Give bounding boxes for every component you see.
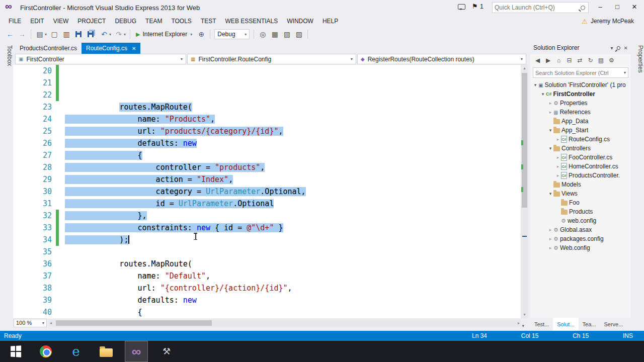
home-icon[interactable]: ⌂ <box>554 57 564 64</box>
new-file-button[interactable]: ▢ <box>48 30 60 39</box>
code-line[interactable]: 21 <box>13 77 521 89</box>
window-layout-button[interactable]: ▤▾ <box>34 30 48 39</box>
code-line[interactable]: 40 { <box>13 306 521 318</box>
object-browser-button[interactable]: ▨ <box>293 30 305 39</box>
tree-item-products[interactable]: Products <box>530 207 631 216</box>
configuration-select[interactable]: Debug▾ <box>214 29 250 39</box>
tree-item-foo[interactable]: Foo <box>530 198 631 207</box>
close-panel-icon[interactable]: ✕ <box>624 45 628 51</box>
solution-explorer-button[interactable]: ▦ <box>269 30 281 39</box>
menu-item-team[interactable]: TEAM <box>141 16 167 27</box>
code-line[interactable]: 20 <box>13 65 521 77</box>
open-file-button[interactable]: ▥ <box>60 30 72 39</box>
properties-icon[interactable]: ⚙ <box>607 57 616 64</box>
window-position-icon[interactable]: ▾ <box>611 45 613 51</box>
tree-item-references[interactable]: ▸▦References <box>530 108 631 117</box>
tool-window-tab-serve[interactable]: Serve... <box>600 318 627 331</box>
tree-item-models[interactable]: Models <box>530 180 631 189</box>
taskbar-chrome-button[interactable] <box>34 341 57 362</box>
code-line[interactable]: 23 routes.MapRoute( <box>13 101 521 113</box>
expander-closed-icon[interactable]: ▸ <box>555 173 561 178</box>
properties-tab[interactable]: Properties <box>631 45 644 73</box>
refresh-icon[interactable]: ↻ <box>586 57 595 64</box>
tree-item-views[interactable]: ▾Views <box>530 189 631 198</box>
taskbar-visual-studio-button[interactable]: ∞ <box>125 341 148 362</box>
tree-item-solution-firstcontroller-1-pro[interactable]: ▾▣Solution 'FirstController' (1 pro <box>530 80 631 89</box>
menu-item-window[interactable]: WINDOW <box>282 16 318 27</box>
code-line[interactable]: 34 ); <box>13 234 521 246</box>
expander-closed-icon[interactable]: ▸ <box>547 227 553 232</box>
menu-item-file[interactable]: FILE <box>4 16 26 27</box>
tree-item-web-config[interactable]: ▸⚙Web.config <box>530 243 631 252</box>
tree-item-app-data[interactable]: App_Data <box>530 117 631 126</box>
start-debug-button[interactable]: ▶Internet Explorer▾ <box>133 30 195 39</box>
tab-productscontroller-cs[interactable]: ProductsController.cs <box>15 43 82 54</box>
menu-item-help[interactable]: HELP <box>318 16 343 27</box>
horizontal-scrollbar[interactable]: ◂ ▸ <box>49 319 521 327</box>
menu-item-tools[interactable]: TOOLS <box>167 16 196 27</box>
tree-item-routeconfig-cs[interactable]: ▸C#RouteConfig.cs <box>530 135 631 144</box>
code-line[interactable]: 27 { <box>13 149 521 161</box>
tree-item-homecontroller-cs[interactable]: ▸C#HomeController.cs <box>530 162 631 171</box>
code-line[interactable]: 25 url: "products/{category}/{id}", <box>13 125 521 137</box>
show-all-files-icon[interactable]: ▤ <box>596 57 606 64</box>
scroll-left-icon[interactable]: ◂ <box>50 319 52 327</box>
taskbar-file-explorer-button[interactable] <box>95 341 118 362</box>
code-line[interactable]: 32 }, <box>13 210 521 222</box>
expander-open-icon[interactable]: ▾ <box>532 82 538 87</box>
expander-open-icon[interactable]: ▾ <box>547 191 553 196</box>
expander-closed-icon[interactable]: ▸ <box>555 164 561 169</box>
horizontal-scroll-thumb[interactable] <box>56 320 212 326</box>
expander-closed-icon[interactable]: ▸ <box>547 101 553 106</box>
forward-icon[interactable]: ▶ <box>543 57 553 64</box>
tree-item-app-start[interactable]: ▾App_Start <box>530 126 631 135</box>
tree-item-foocontroller-cs[interactable]: ▸C#FooController.cs <box>530 153 631 162</box>
toolbox-tab[interactable]: Toolbox <box>0 45 13 66</box>
code-line[interactable]: 35 <box>13 246 521 258</box>
expander-closed-icon[interactable]: ▸ <box>547 245 553 250</box>
quick-launch-box[interactable] <box>492 2 589 13</box>
scroll-up-icon[interactable]: ▴ <box>521 65 528 72</box>
zoom-dropdown[interactable]: 100 % ▾ <box>14 319 47 327</box>
tree-item-web-config[interactable]: ⚙web.config <box>530 216 631 225</box>
nav-project-dropdown[interactable]: ▣ FirstController ▾ <box>15 54 186 64</box>
start-button[interactable] <box>4 341 27 362</box>
menu-item-test[interactable]: TEST <box>196 16 221 27</box>
tree-item-productscontroller-[interactable]: ▸C#ProductsController. <box>530 171 631 180</box>
notifications-flag-icon[interactable]: ⚑ <box>472 3 478 10</box>
tree-item-packages-config[interactable]: ▸⚙packages.config <box>530 234 631 243</box>
expander-closed-icon[interactable]: ▸ <box>555 137 561 142</box>
code-line[interactable]: 37 name: "Default", <box>13 270 521 282</box>
expander-open-icon[interactable]: ▾ <box>540 92 546 97</box>
pin-icon[interactable] <box>616 45 621 50</box>
menu-item-debug[interactable]: DEBUG <box>110 16 141 27</box>
code-line[interactable]: 33 constraints: new { id = @"\d+" } <box>13 222 521 234</box>
menu-item-web-essentials[interactable]: WEB ESSENTIALS <box>221 16 283 27</box>
navigate-forward-button[interactable]: → <box>16 30 28 39</box>
vertical-scrollbar[interactable]: ▴ ▾ <box>521 65 528 318</box>
code-line[interactable]: 22 <box>13 89 521 101</box>
tree-item-firstcontroller[interactable]: ▾C#FirstController <box>530 89 631 99</box>
expander-closed-icon[interactable]: ▸ <box>547 110 553 115</box>
nav-member-dropdown[interactable]: ◆ RegisterRoutes(RouteCollection routes)… <box>357 54 526 64</box>
tool-window-tab-test[interactable]: Test... <box>530 318 553 331</box>
menu-item-view[interactable]: VIEW <box>49 16 73 27</box>
close-button[interactable]: ✕ <box>626 0 643 13</box>
close-tab-icon[interactable]: ✕ <box>132 46 136 51</box>
quick-launch-input[interactable] <box>495 4 581 11</box>
nav-type-dropdown[interactable]: ▦ FirstController.RouteConfig ▾ <box>187 54 356 64</box>
tree-item-global-asax[interactable]: ▸⚙Global.asax <box>530 225 631 234</box>
solution-explorer-search[interactable]: ▾ <box>533 67 628 78</box>
code-line[interactable]: 24 name: "Products", <box>13 113 521 125</box>
tab-routeconfig-cs[interactable]: RouteConfig.cs✕ <box>82 43 140 54</box>
menu-item-edit[interactable]: EDIT <box>26 16 48 27</box>
code-line[interactable]: 30 category = UrlParameter.Optional, <box>13 186 521 198</box>
code-editor[interactable]: 20212223 routes.MapRoute(24 name: "Produ… <box>13 65 521 318</box>
attach-to-process-button[interactable]: ⊕ <box>195 30 207 39</box>
solution-explorer-search-input[interactable] <box>535 70 624 76</box>
code-line[interactable]: 26 defaults: new <box>13 137 521 149</box>
code-line[interactable]: 39 defaults: new <box>13 294 521 306</box>
back-icon[interactable]: ◀ <box>533 57 542 64</box>
code-line[interactable]: 31 id = UrlParameter.Optional <box>13 198 521 210</box>
feedback-icon[interactable] <box>458 4 465 10</box>
